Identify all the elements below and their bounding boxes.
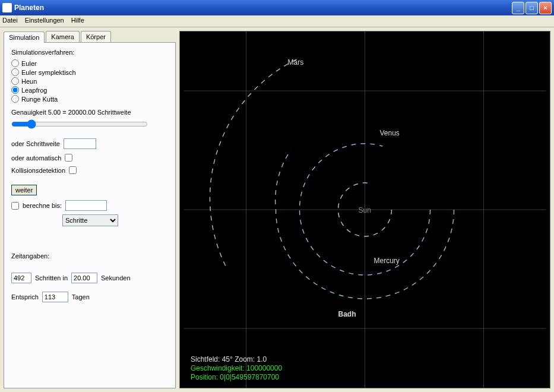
viewport[interactable]: Sun Mercury Venus Mars Badh Sichtfeld: 4… [179, 31, 550, 388]
radio-euler-sym[interactable] [11, 68, 19, 76]
label-venus: Venus [380, 129, 400, 137]
radio-euler-label: Euler [21, 60, 37, 67]
berechne-label: berechne bis: [23, 202, 62, 209]
tab-strip: Simulation Kamera Körper [4, 31, 176, 42]
radio-euler-sym-label: Euler symplektisch [21, 69, 76, 76]
tagen-label: Tagen [72, 293, 90, 301]
label-mars: Mars [288, 58, 304, 67]
window-controls: _ □ × [512, 2, 552, 14]
label-earth-moon: Badh [338, 310, 356, 318]
sekunden-label: Sekunden [101, 274, 131, 282]
titlebar: Planeten _ □ × [0, 0, 554, 15]
maximize-button[interactable]: □ [525, 2, 538, 14]
status-fov: Sichtfeld: 45° Zoom: 1.0 [191, 355, 282, 364]
label-mercury: Mercury [374, 257, 400, 265]
radio-euler[interactable] [11, 59, 19, 67]
schrittweite-input[interactable] [64, 138, 96, 149]
zeitangaben-label: Zeitangaben: [11, 252, 168, 260]
minimize-button[interactable]: _ [512, 2, 524, 14]
automatisch-checkbox[interactable] [65, 154, 72, 162]
automatisch-label: oder automatisch [11, 154, 61, 162]
accuracy-label: Genauigkeit 5.00 = 20000.00 Schrittweite [11, 109, 168, 116]
weiter-button[interactable]: weiter [11, 185, 37, 195]
window-title: Planeten [14, 4, 512, 12]
tab-koerper[interactable]: Körper [81, 31, 111, 42]
close-button[interactable]: × [539, 2, 552, 14]
tab-simulation[interactable]: Simulation [4, 31, 45, 43]
app-icon [2, 3, 12, 12]
radio-runge[interactable] [11, 95, 19, 103]
radio-leapfrog-label: Leapfrog [21, 87, 47, 94]
schrittweite-label: oder Schrittweite [11, 140, 60, 147]
radio-runge-label: Runge Kutta [21, 96, 58, 103]
left-panel: Simulation Kamera Körper Simulationsverf… [4, 31, 176, 388]
entspricht-label: Entsprich [11, 293, 39, 301]
seconds-input[interactable] [71, 273, 97, 283]
status-position: Position: 0|0|549597870700 [191, 373, 282, 382]
days-input[interactable] [42, 292, 68, 302]
menu-hilfe[interactable]: Hilfe [71, 17, 84, 26]
tab-kamera[interactable]: Kamera [46, 31, 80, 42]
status-speed: Geschwindigkeit: 100000000 [191, 364, 282, 373]
label-sun: Sun [359, 206, 371, 214]
accuracy-slider[interactable] [11, 119, 148, 129]
berechne-input[interactable] [65, 200, 107, 211]
status-overlay: Sichtfeld: 45° Zoom: 1.0 Geschwindigkeit… [191, 355, 282, 382]
menubar: Datei Einstellungen Hilfe [0, 15, 554, 27]
unit-select[interactable]: Schritte [62, 214, 118, 226]
kollision-checkbox[interactable] [69, 166, 77, 174]
menu-datei[interactable]: Datei [2, 17, 18, 26]
kollision-label: Kollisionsdetektion [11, 167, 65, 174]
tab-body: Simulationsverfahren: Euler Euler symple… [4, 42, 176, 388]
content-area: Simulation Kamera Körper Simulationsverf… [0, 27, 554, 392]
steps-input[interactable] [11, 273, 31, 283]
radio-heun-label: Heun [21, 78, 37, 85]
schritten-in-label: Schritten in [35, 274, 68, 282]
menu-einstellungen[interactable]: Einstellungen [25, 17, 64, 26]
radio-leapfrog[interactable] [11, 86, 19, 94]
radio-heun[interactable] [11, 77, 19, 85]
berechne-checkbox[interactable] [11, 202, 19, 210]
verfahren-label: Simulationsverfahren: [11, 49, 168, 56]
